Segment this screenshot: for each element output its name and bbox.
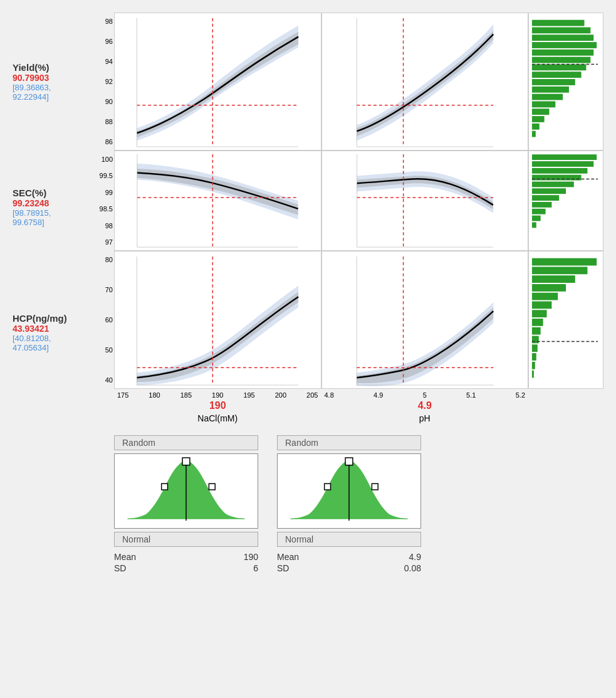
selected-values-row: 190 4.9 xyxy=(94,400,603,411)
svg-rect-71 xyxy=(182,458,190,465)
ph-mean-line: Mean 4.9 xyxy=(277,552,421,562)
svg-rect-9 xyxy=(532,27,590,33)
nacl-selected: 190 xyxy=(114,400,321,411)
yield-hist-cell xyxy=(528,13,603,151)
ph-sd-line: SD 0.08 xyxy=(277,563,421,573)
nacl-stats: Mean 190 SD 6 xyxy=(114,552,258,574)
svg-rect-34 xyxy=(532,161,593,167)
sec-value: 99.23248 xyxy=(13,198,88,208)
nacl-random-label: Random xyxy=(114,435,258,450)
yield-nacl-cell xyxy=(114,13,321,151)
svg-rect-43 xyxy=(532,222,536,228)
ph-x-axis: 4.8 4.9 5 5.1 5.2 xyxy=(321,391,529,399)
sec-row: 100 99.5 99 98.5 98 97 xyxy=(94,151,603,251)
x-axis-labels-row: 175 180 185 190 195 200 205 4.8 4.9 5 xyxy=(94,391,603,399)
svg-rect-53 xyxy=(532,258,597,266)
axis-names-row: NaCl(mM) pH xyxy=(94,413,603,424)
hcp-row: 80 70 60 50 40 xyxy=(94,251,603,389)
nacl-sd-line: SD 6 xyxy=(114,563,258,573)
distribution-section: Random Normal Mean 190 xyxy=(13,435,603,574)
svg-rect-41 xyxy=(532,209,546,214)
nacl-axis-name: NaCl(mM) xyxy=(114,413,321,424)
sec-axis-label: SEC(%) xyxy=(13,188,88,198)
ph-stats: Mean 4.9 SD 0.08 xyxy=(277,552,421,574)
ph-x-ticks: 4.8 4.9 5 5.1 5.2 xyxy=(321,391,529,399)
hcp-interval: [40.81208, 47.05634] xyxy=(13,334,88,352)
svg-rect-10 xyxy=(532,34,593,41)
svg-rect-18 xyxy=(532,94,563,100)
svg-rect-57 xyxy=(532,293,558,300)
sec-interval: [98.78915, 99.6758] xyxy=(13,208,88,227)
svg-rect-12 xyxy=(532,50,593,56)
ph-selected: 4.9 xyxy=(321,400,529,411)
svg-rect-11 xyxy=(532,42,597,48)
sec-nacl-cell xyxy=(114,151,321,251)
yield-axis-label: Yield(%) xyxy=(13,62,88,73)
svg-rect-65 xyxy=(532,362,535,369)
nacl-normal-label: Normal xyxy=(114,532,258,547)
chart-right-area: 98 96 94 92 90 88 86 xyxy=(94,13,603,424)
hcp-axis-label: HCP(ng/mg) xyxy=(13,313,88,324)
svg-rect-39 xyxy=(532,195,559,201)
yield-label-block: Yield(%) 90.79903 [89.36863, 92.22944] xyxy=(13,13,88,151)
svg-rect-19 xyxy=(532,101,555,107)
hcp-nacl-cell xyxy=(114,251,321,389)
svg-rect-38 xyxy=(532,188,566,194)
svg-rect-68 xyxy=(162,484,168,490)
svg-rect-63 xyxy=(532,344,538,352)
yield-interval: [89.36863, 92.22944] xyxy=(13,83,88,102)
hcp-hist-cell xyxy=(528,251,603,389)
yield-ph-cell xyxy=(321,13,529,151)
nacl-dist-chart xyxy=(114,453,258,529)
svg-rect-35 xyxy=(532,168,588,174)
nacl-x-ticks: 175 180 185 190 195 200 205 xyxy=(114,391,321,399)
svg-rect-14 xyxy=(532,64,587,70)
left-labels: Yield(%) 90.79903 [89.36863, 92.22944] S… xyxy=(13,13,94,408)
svg-rect-59 xyxy=(532,310,547,317)
sec-label-block: SEC(%) 99.23248 [98.78915, 99.6758] xyxy=(13,157,88,257)
svg-rect-40 xyxy=(532,202,551,208)
chart-grid: 98 96 94 92 90 88 86 xyxy=(94,13,603,389)
main-chart-area: Yield(%) 90.79903 [89.36863, 92.22944] S… xyxy=(13,13,603,424)
svg-rect-55 xyxy=(532,275,575,283)
svg-rect-8 xyxy=(532,20,585,26)
nacl-mean-line: Mean 190 xyxy=(114,552,258,562)
svg-rect-17 xyxy=(532,87,569,93)
svg-rect-13 xyxy=(532,57,590,63)
svg-rect-16 xyxy=(532,79,575,85)
svg-rect-58 xyxy=(532,302,551,309)
svg-rect-20 xyxy=(532,108,550,115)
svg-rect-69 xyxy=(209,484,215,490)
svg-rect-64 xyxy=(532,353,536,361)
sec-hist-cell xyxy=(528,151,603,251)
ph-normal-label: Normal xyxy=(277,532,421,547)
svg-rect-66 xyxy=(532,371,534,378)
svg-rect-37 xyxy=(532,182,574,188)
yield-value: 90.79903 xyxy=(13,73,88,83)
svg-rect-54 xyxy=(532,267,588,274)
yield-y-ticks: 98 96 94 92 90 88 86 xyxy=(94,13,114,151)
sec-y-ticks: 100 99.5 99 98.5 98 97 xyxy=(94,151,114,251)
nacl-dist-block: Random Normal Mean 190 xyxy=(114,435,258,574)
svg-rect-61 xyxy=(532,327,541,335)
svg-rect-56 xyxy=(532,284,566,292)
svg-rect-22 xyxy=(532,124,540,130)
svg-rect-62 xyxy=(532,336,539,344)
svg-rect-42 xyxy=(532,216,541,221)
main-container: Yield(%) 90.79903 [89.36863, 92.22944] S… xyxy=(0,0,616,698)
yield-row: 98 96 94 92 90 88 86 xyxy=(94,13,603,151)
svg-rect-15 xyxy=(532,71,582,78)
ph-dist-chart xyxy=(277,453,421,529)
hcp-y-ticks: 80 70 60 50 40 xyxy=(94,251,114,389)
hcp-label-block: HCP(ng/mg) 43.93421 [40.81208, 47.05634] xyxy=(13,263,88,401)
ph-axis-name: pH xyxy=(321,413,529,424)
svg-rect-75 xyxy=(345,458,353,465)
ph-random-label: Random xyxy=(277,435,421,450)
svg-rect-23 xyxy=(532,131,536,137)
svg-rect-21 xyxy=(532,116,545,122)
svg-rect-33 xyxy=(532,154,597,160)
hcp-value: 43.93421 xyxy=(13,324,88,334)
ph-dist-block: Random Normal Mean 4.9 SD 0.08 xyxy=(277,435,421,574)
nacl-x-axis: 175 180 185 190 195 200 205 xyxy=(114,391,321,399)
hcp-ph-cell xyxy=(321,251,529,389)
